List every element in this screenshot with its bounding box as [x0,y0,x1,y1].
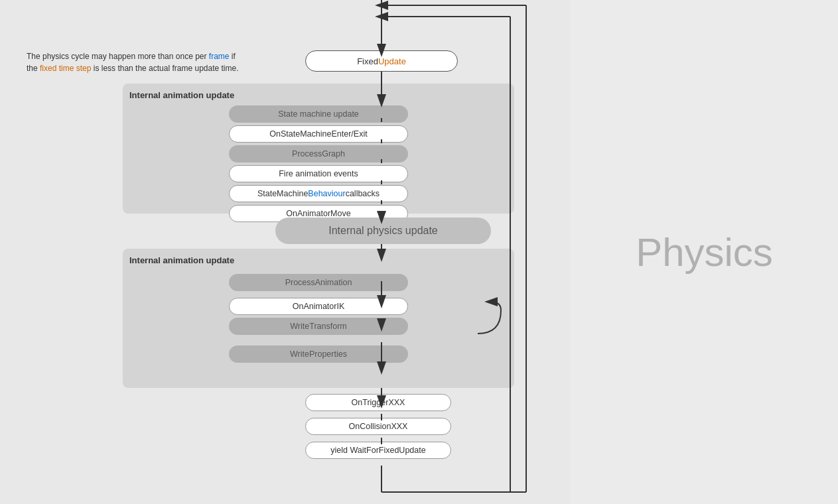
note-frame-word: frame [209,52,230,61]
pill-write-transform: WriteTransform [229,318,408,335]
pill-process-animation: ProcessAnimation [229,274,408,291]
pill-on-state-machine: OnStateMachineEnter/Exit [229,125,408,143]
pill-yield-wait: yield WaitForFixedUpdate [305,442,451,459]
update-text: Update [378,56,406,66]
fixed-update-pill: FixedUpdate [305,50,458,72]
left-panel: The physics cycle may happen more than o… [0,0,571,504]
physics-section-label: Physics [636,229,773,275]
anim-box-2-label: Internal animation update [129,255,508,265]
fixed-text: Fixed [357,56,378,66]
pill-on-trigger-xxx: OnTriggerXXX [305,394,451,411]
pill-state-machine-update: State machine update [229,105,408,123]
pill-fire-animation-events: Fire animation events [229,165,408,182]
anim-box-1: Internal animation update State machine … [123,84,514,214]
pill-process-graph: ProcessGraph [229,145,408,162]
internal-physics-update-pill: Internal physics update [275,218,491,244]
note-line1: The physics cycle may happen more than o… [27,52,236,61]
note-text: The physics cycle may happen more than o… [27,50,302,74]
anim-box-2-inner: ProcessAnimation OnAnimatorIK WriteTrans… [129,271,508,365]
pill-on-animator-ik: OnAnimatorIK [229,298,408,315]
pill-write-properties: WriteProperties [229,346,408,363]
anim-box-1-inner: State machine update OnStateMachineEnter… [129,105,508,225]
physics-update-text: Internal physics update [328,225,438,237]
pill-state-machine-behaviour: StateMachineBehaviour callbacks [229,185,408,202]
note-fixed-time-step: fixed time step [40,64,91,73]
anim-box-2: Internal animation update ProcessAnimati… [123,249,514,388]
bottom-pills: OnTriggerXXX OnCollisionXXX yield WaitFo… [305,394,451,462]
pill-on-collision-xxx: OnCollisionXXX [305,418,451,435]
right-panel: Physics [571,0,838,504]
note-line2: the fixed time step is less than the act… [27,64,239,73]
anim-box-1-label: Internal animation update [129,90,508,100]
main-layout: The physics cycle may happen more than o… [0,0,838,504]
